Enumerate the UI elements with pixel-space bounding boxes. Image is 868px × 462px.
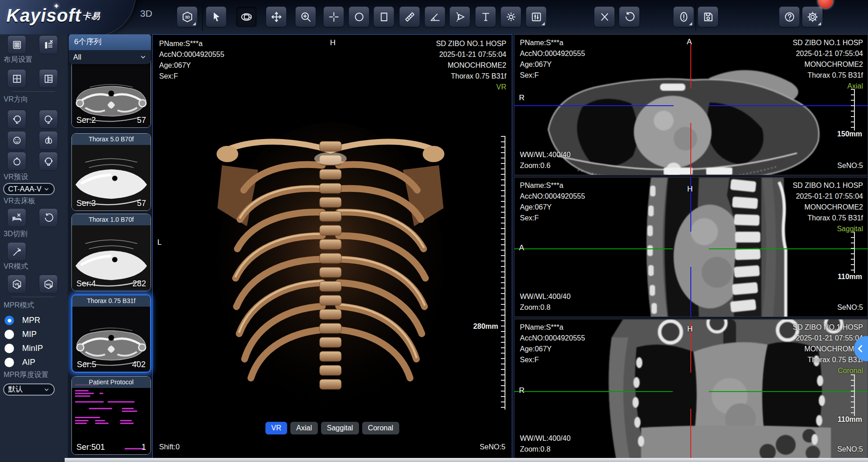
about-info-button[interactable]: [673, 6, 694, 27]
crosshair-vertical-blue[interactable]: [690, 267, 691, 317]
crosshair-vertical-red[interactable]: [690, 41, 691, 89]
rect-roi-button[interactable]: [373, 6, 394, 27]
series-card-ser501[interactable]: Patient Protocol Ser:501 1: [71, 376, 151, 455]
vr-viewport[interactable]: PName:S***a AccNO:0004920555 Age:067Y Se…: [152, 34, 512, 459]
vr-direction-right-button[interactable]: [39, 110, 58, 129]
restore-bed-button[interactable]: [39, 208, 58, 227]
patient-info-overlay: PName:S***a AccNO:0004920555 Age:067Y Se…: [159, 38, 224, 82]
rotate-ccw-icon: [623, 11, 636, 23]
bottom-scrollbar-track[interactable]: [65, 458, 868, 462]
orientation-marker-left: R: [519, 93, 524, 103]
chest-icon: [43, 135, 54, 146]
mpr-mode-option-minip[interactable]: MinIP: [5, 344, 43, 353]
axial-viewport[interactable]: PName:S***a AccNO:0004920555 Age:067Y Se…: [514, 34, 868, 175]
cobb-angle-icon: [454, 11, 466, 23]
shift-overlay: Shift:0: [159, 442, 179, 453]
view-button-vr[interactable]: VR: [265, 422, 287, 434]
ruler-tool-button[interactable]: [399, 6, 420, 27]
patient-age: Age:067Y: [520, 59, 585, 70]
text-annotation-button[interactable]: [475, 6, 496, 27]
vr-direction-anterior-button[interactable]: [7, 131, 26, 150]
hospital-name: SD ZIBO NO.1 HOSP: [436, 38, 506, 49]
delete-annotation-button[interactable]: [594, 6, 615, 27]
photometric: MONOCHROME2: [793, 344, 863, 355]
ellipse-roi-button[interactable]: [349, 6, 369, 27]
patient-name: PName:S***a: [520, 37, 585, 48]
layout-grid-button[interactable]: [7, 69, 26, 88]
save-button[interactable]: [698, 6, 718, 27]
levels-icon: [530, 11, 542, 23]
photometric: MONOCHROME2: [793, 59, 863, 70]
toolbar: Kayisoft卡易 ✦ 3D: [0, 0, 868, 34]
patient-name: PName:S***a: [159, 38, 224, 49]
mpr-thickness-select[interactable]: 默认: [3, 383, 55, 396]
brightness-button[interactable]: [500, 6, 521, 27]
series-number: Ser:5: [77, 360, 96, 369]
orientation-label: Axial: [793, 81, 863, 92]
view-button-saggital[interactable]: Saggital: [321, 422, 359, 434]
series-number-overlay: SeNO:5: [837, 444, 863, 455]
angle-icon: [429, 11, 441, 23]
view-3d-button[interactable]: [177, 6, 198, 27]
scale-ruler: [851, 232, 855, 273]
rotate-3d-icon: [241, 11, 253, 23]
help-button[interactable]: [779, 6, 800, 27]
crosshair-horizontal-blue[interactable]: [708, 105, 868, 106]
angle-tool-button[interactable]: [425, 6, 445, 27]
section-label-mpr-thickness: MPR厚度设置: [4, 370, 49, 380]
save-icon: [702, 11, 714, 23]
localizer-tool-button[interactable]: [323, 6, 344, 27]
vr-direction-left-button[interactable]: [7, 110, 26, 129]
window-level-overlay: WW/WL:400/40: [520, 291, 571, 302]
crosshair-horizontal-green[interactable]: [514, 391, 673, 392]
series-card-ser4[interactable]: Thorax 1.0 B70f Ser:4 282: [71, 214, 151, 291]
series-card-ser3[interactable]: Thorax 5.0 B70f Ser:3 57: [71, 133, 151, 211]
mpr-mode-option-mip[interactable]: MIP: [5, 330, 37, 339]
settings-button[interactable]: [802, 6, 823, 27]
vr-preset-select[interactable]: CT-AAA-V: [3, 183, 55, 195]
close-panel-button[interactable]: [39, 35, 58, 54]
scale-ruler: [851, 89, 855, 131]
pan-tool-button[interactable]: [266, 6, 287, 27]
vr-mode-mip-button[interactable]: [39, 275, 58, 294]
radio-label: AIP: [22, 358, 35, 367]
mpr-mode-option-mpr[interactable]: MPR: [5, 316, 40, 325]
rotate-3d-tool-button[interactable]: [236, 6, 257, 27]
window-level-button[interactable]: [526, 6, 547, 27]
crosshair-vertical-red[interactable]: [690, 123, 691, 175]
view-button-coronal[interactable]: Coronal: [362, 422, 399, 434]
series-filter-select[interactable]: All: [69, 50, 151, 64]
cut-3d-button[interactable]: [7, 242, 26, 261]
sagittal-viewport[interactable]: PName:S***a AccNO:0004920555 Age:067Y Se…: [514, 177, 868, 317]
series-number: Ser:2: [76, 116, 96, 125]
crosshair-vertical-red[interactable]: [690, 409, 691, 459]
cobb-angle-button[interactable]: [449, 6, 470, 27]
chevron-down-icon: [43, 186, 50, 192]
head-top-icon: [11, 156, 23, 167]
cursor-tool-button[interactable]: [206, 6, 226, 27]
mpr-mode-option-aip[interactable]: AIP: [5, 358, 35, 367]
vr-mode-vr-button[interactable]: [7, 275, 26, 294]
gear-icon: [807, 11, 819, 23]
vr-direction-foot-button[interactable]: [39, 152, 58, 171]
zoom-tool-button[interactable]: [295, 6, 316, 27]
reset-view-button[interactable]: [619, 6, 640, 27]
crosshair-horizontal-blue[interactable]: [514, 105, 674, 106]
crosshair-horizontal-green[interactable]: [709, 391, 868, 392]
layout-panel-button[interactable]: [7, 35, 26, 54]
vr-direction-posterior-button[interactable]: [39, 131, 58, 150]
accession-number: AccNO:0004920555: [520, 191, 585, 202]
window-level-overlay: WW/WL:400/40: [520, 433, 571, 444]
crosshair-horizontal-green[interactable]: [709, 248, 868, 249]
crosshair-horizontal-green[interactable]: [514, 248, 673, 249]
remove-bed-button[interactable]: [7, 208, 26, 227]
scale-label: 280mm: [473, 321, 498, 332]
vr-preset-value: CT-AAA-V: [8, 185, 42, 193]
series-description: Thorax 0.75 B31f: [793, 355, 863, 365]
view-button-axial[interactable]: Axial: [290, 422, 318, 434]
series-description: Thorax 0.75 B31f: [793, 70, 863, 81]
coronal-viewport[interactable]: PName:S***a AccNO:0004920555 Age:067Y Se…: [514, 319, 868, 459]
vr-direction-head-button[interactable]: [7, 152, 26, 171]
series-card-ser5-selected[interactable]: Thorax 0.75 B31f Ser:5 402: [71, 294, 151, 373]
layout-split-button[interactable]: [39, 69, 58, 88]
